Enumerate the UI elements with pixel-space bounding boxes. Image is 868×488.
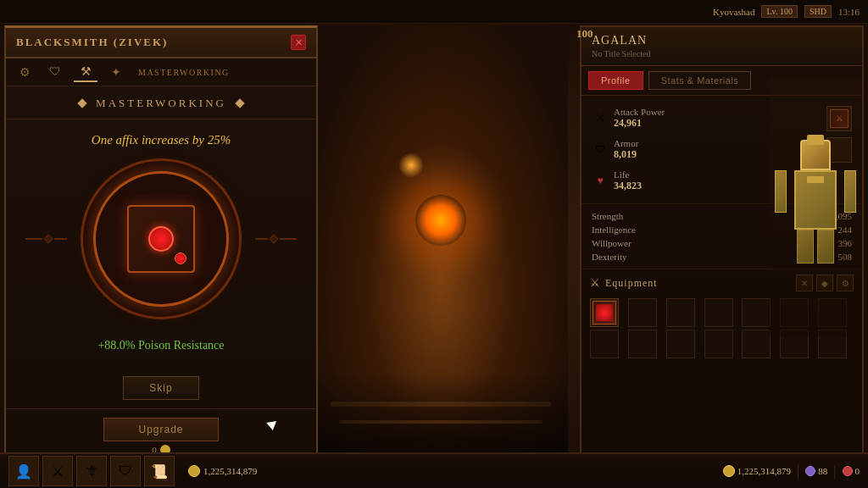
armor-value: 8,019 [614,148,638,161]
tab-stats-materials[interactable]: Stats & Materials [648,71,752,90]
profile-header: AGALAN No Title Selected [581,27,862,66]
action-icon-2[interactable]: ⚔ [42,456,73,486]
nav-shield-icon[interactable]: 🛡 [43,62,67,82]
paragon-badge: SHD [804,5,832,18]
deco-line [255,238,268,240]
player-name: Kyovashad [713,7,755,17]
separator-1: | [797,463,799,479]
action-icon-5[interactable]: 📜 [144,456,175,486]
nav-label: MASTERWORKING [138,68,230,77]
leg-left [797,230,814,263]
character-name: AGALAN [592,34,852,47]
arm-left [775,170,787,213]
header-diamond-right [235,98,244,108]
blacksmith-title: BLACKSMITH (ZIVEK) [16,36,168,49]
character-display [769,78,862,337]
deco-line [25,238,42,240]
currency-gold: 1,225,314,879 [723,465,791,477]
masterworking-content: MASTERWORKING One affix increases by 25% [6,86,316,463]
gold-value-bottom-left: 1,225,314,879 [203,466,257,476]
equip-slot-4[interactable] [704,298,733,327]
equip-slot-2[interactable] [628,298,657,327]
item-display-area [76,163,246,315]
nav-arrow-icon[interactable]: ✦ [104,62,128,82]
tab-profile[interactable]: Profile [588,71,643,90]
profile-panel: AGALAN No Title Selected Profile Stats &… [580,25,864,474]
item-gem-small [175,252,186,264]
deco-line [280,238,297,240]
life-icon: ♥ [592,173,609,190]
equip-slot-11[interactable] [704,330,733,358]
bottom-bar: 👤 ⚔ 🗡 🛡 📜 1,225,314,879 1,225,314,879 | … [0,452,868,488]
item-inner-frame [127,205,195,273]
action-2-icon: ⚔ [52,463,64,480]
currency-gem: 88 [805,466,827,476]
armor-label: Armor [614,138,638,148]
gem-value-bottom: 88 [818,466,827,476]
action-5-icon: 📜 [151,463,168,480]
deco-diamond [43,234,53,243]
deco-line [54,238,67,240]
action-icon-4[interactable]: 🛡 [110,456,141,486]
chest-detail [807,176,824,183]
gold-value-bottom: 1,225,314,879 [737,466,791,476]
level-badge: Lv. 100 [761,5,797,18]
equip-slot-1[interactable] [590,298,619,327]
stat-block-attack: Attack Power 24,961 [614,105,665,131]
bottom-actions: 👤 ⚔ 🗡 🛡 📜 [8,456,175,486]
upgrade-button[interactable]: Upgrade [103,418,218,441]
blacksmith-title-bar: BLACKSMITH (ZIVEK) ✕ [6,28,316,58]
masterworking-header: MASTERWORKING [6,86,316,119]
armor-legs [782,230,849,263]
action-4-icon: 🛡 [119,463,132,479]
equip-slot-5[interactable] [742,298,771,327]
character-title: No Title Selected [592,49,852,58]
forge-fire [415,195,466,246]
top-bar: Kyovashad Lv. 100 SHD 13:16 [0,0,868,24]
char-level-indicator: 100 [576,27,593,41]
attack-label: Attack Power [614,107,665,117]
gold-display-bottom-left: 1,225,314,879 [188,465,257,477]
leg-right [817,230,834,263]
deco-lines-right [255,236,297,242]
attack-icon [592,110,609,127]
skip-button[interactable]: Skip [123,376,198,400]
blacksmith-panel: BLACKSMITH (ZIVEK) ✕ ⚙ 🛡 ⚒ ✦ MASTERWORKI… [4,25,318,474]
helmet [800,140,831,170]
willpower-label: Willpower [592,238,632,248]
gold-icon-bottom-left [188,465,200,477]
nav-hammer-icon[interactable]: ⚒ [74,62,97,82]
stat-block-armor: Armor 8,019 [614,136,638,163]
equip-slot-8[interactable] [590,330,619,358]
arm-right [844,170,856,213]
equipment-bag-icon: ⚔ [590,276,600,290]
action-icon-3[interactable]: 🗡 [76,456,107,486]
equip-slot-9[interactable] [628,330,657,358]
armor-icon [592,141,609,158]
equipment-title: Equipment [605,277,791,290]
intelligence-label: Intelligence [592,225,636,235]
bottom-currency: 1,225,314,879 | 88 | 0 [723,463,860,479]
item-1 [593,301,616,324]
action-1-icon: 👤 [15,463,32,480]
separator-2: | [833,463,836,479]
close-icon: ✕ [295,37,303,48]
deco-diamond [269,234,278,243]
item-gem [148,226,174,252]
bonus-text: +88.0% Poison Resistance [6,332,316,359]
stat-block-life: Life 34,823 [614,168,642,194]
nav-settings-icon[interactable]: ⚙ [13,62,36,82]
action-3-icon: 🗡 [85,463,98,479]
equip-slot-10[interactable] [666,330,695,358]
gold-icon-bottom [723,465,735,477]
masterworking-label: MASTERWORKING [96,97,226,109]
helmet-top [807,135,824,145]
close-button[interactable]: ✕ [291,35,306,50]
equip-slot-3[interactable] [666,298,695,327]
action-icon-1[interactable]: 👤 [8,456,39,486]
character-silhouette [782,140,849,275]
nav-bar: ⚙ 🛡 ⚒ ✦ MASTERWORKING [6,58,316,86]
affix-announcement: One affix increases by 25% [6,119,316,154]
equip-slot-12[interactable] [742,330,771,358]
time-display: 13:16 [838,7,860,17]
